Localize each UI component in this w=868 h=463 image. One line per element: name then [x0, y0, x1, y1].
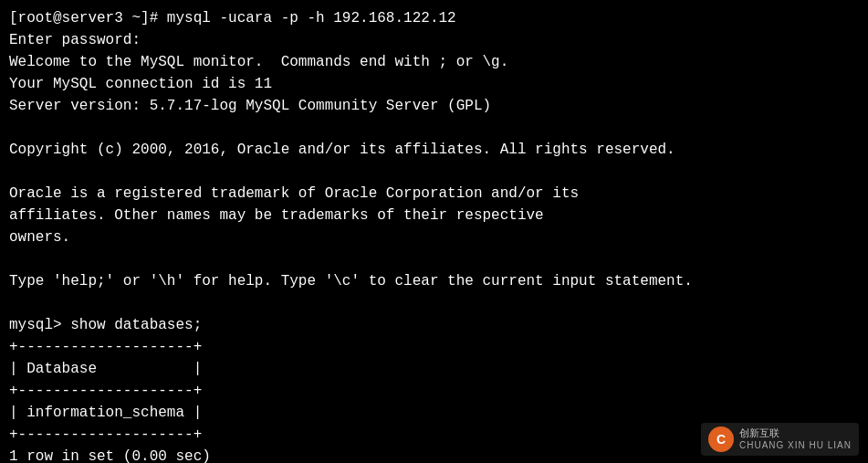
watermark-text: 创新互联 CHUANG XIN HU LIAN — [739, 427, 852, 450]
watermark-line2: CHUANG XIN HU LIAN — [739, 440, 852, 451]
watermark-badge: C 创新互联 CHUANG XIN HU LIAN — [701, 423, 859, 456]
terminal-output: [root@server3 ~]# mysql -ucara -p -h 192… — [9, 7, 859, 463]
watermark-icon: C — [708, 426, 734, 452]
watermark-line1: 创新互联 — [739, 427, 852, 439]
